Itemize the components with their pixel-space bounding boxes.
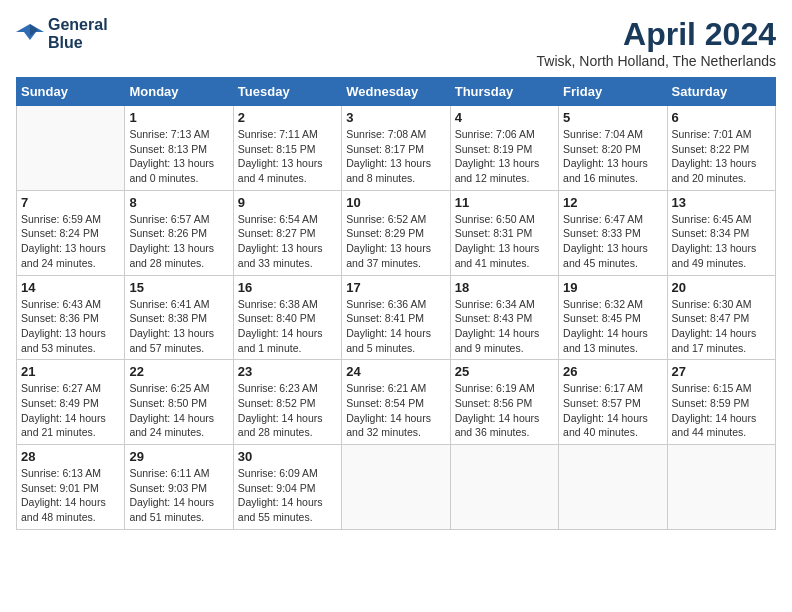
col-tuesday: Tuesday [233, 78, 341, 106]
calendar-week-1: 1Sunrise: 7:13 AMSunset: 8:13 PMDaylight… [17, 106, 776, 191]
col-sunday: Sunday [17, 78, 125, 106]
col-wednesday: Wednesday [342, 78, 450, 106]
calendar-week-5: 28Sunrise: 6:13 AMSunset: 9:01 PMDayligh… [17, 445, 776, 530]
day-info: Sunrise: 6:13 AMSunset: 9:01 PMDaylight:… [21, 466, 120, 525]
col-thursday: Thursday [450, 78, 558, 106]
calendar-cell [342, 445, 450, 530]
day-number: 24 [346, 364, 445, 379]
subtitle: Twisk, North Holland, The Netherlands [537, 53, 776, 69]
day-number: 21 [21, 364, 120, 379]
calendar-cell: 29Sunrise: 6:11 AMSunset: 9:03 PMDayligh… [125, 445, 233, 530]
calendar-cell: 12Sunrise: 6:47 AMSunset: 8:33 PMDayligh… [559, 190, 667, 275]
day-number: 26 [563, 364, 662, 379]
day-info: Sunrise: 6:23 AMSunset: 8:52 PMDaylight:… [238, 381, 337, 440]
day-info: Sunrise: 6:54 AMSunset: 8:27 PMDaylight:… [238, 212, 337, 271]
day-number: 1 [129, 110, 228, 125]
day-info: Sunrise: 6:32 AMSunset: 8:45 PMDaylight:… [563, 297, 662, 356]
day-number: 30 [238, 449, 337, 464]
logo-text: General Blue [48, 16, 108, 51]
day-info: Sunrise: 7:06 AMSunset: 8:19 PMDaylight:… [455, 127, 554, 186]
day-info: Sunrise: 6:59 AMSunset: 8:24 PMDaylight:… [21, 212, 120, 271]
day-info: Sunrise: 6:47 AMSunset: 8:33 PMDaylight:… [563, 212, 662, 271]
day-number: 29 [129, 449, 228, 464]
day-info: Sunrise: 6:52 AMSunset: 8:29 PMDaylight:… [346, 212, 445, 271]
calendar-cell: 6Sunrise: 7:01 AMSunset: 8:22 PMDaylight… [667, 106, 775, 191]
calendar-cell: 30Sunrise: 6:09 AMSunset: 9:04 PMDayligh… [233, 445, 341, 530]
col-friday: Friday [559, 78, 667, 106]
calendar-cell: 17Sunrise: 6:36 AMSunset: 8:41 PMDayligh… [342, 275, 450, 360]
day-info: Sunrise: 7:08 AMSunset: 8:17 PMDaylight:… [346, 127, 445, 186]
calendar-cell: 3Sunrise: 7:08 AMSunset: 8:17 PMDaylight… [342, 106, 450, 191]
calendar-cell: 25Sunrise: 6:19 AMSunset: 8:56 PMDayligh… [450, 360, 558, 445]
day-number: 20 [672, 280, 771, 295]
calendar-cell [559, 445, 667, 530]
day-number: 19 [563, 280, 662, 295]
day-number: 25 [455, 364, 554, 379]
calendar-cell: 16Sunrise: 6:38 AMSunset: 8:40 PMDayligh… [233, 275, 341, 360]
day-number: 18 [455, 280, 554, 295]
day-number: 28 [21, 449, 120, 464]
day-number: 27 [672, 364, 771, 379]
calendar-cell: 28Sunrise: 6:13 AMSunset: 9:01 PMDayligh… [17, 445, 125, 530]
day-number: 17 [346, 280, 445, 295]
calendar-cell [450, 445, 558, 530]
calendar-cell: 13Sunrise: 6:45 AMSunset: 8:34 PMDayligh… [667, 190, 775, 275]
day-number: 22 [129, 364, 228, 379]
calendar-cell: 10Sunrise: 6:52 AMSunset: 8:29 PMDayligh… [342, 190, 450, 275]
day-number: 4 [455, 110, 554, 125]
day-number: 6 [672, 110, 771, 125]
col-monday: Monday [125, 78, 233, 106]
calendar-cell: 22Sunrise: 6:25 AMSunset: 8:50 PMDayligh… [125, 360, 233, 445]
day-number: 3 [346, 110, 445, 125]
day-info: Sunrise: 6:38 AMSunset: 8:40 PMDaylight:… [238, 297, 337, 356]
day-number: 7 [21, 195, 120, 210]
day-number: 16 [238, 280, 337, 295]
title-section: April 2024 Twisk, North Holland, The Net… [537, 16, 776, 69]
day-info: Sunrise: 6:19 AMSunset: 8:56 PMDaylight:… [455, 381, 554, 440]
calendar-cell: 18Sunrise: 6:34 AMSunset: 8:43 PMDayligh… [450, 275, 558, 360]
col-saturday: Saturday [667, 78, 775, 106]
day-number: 11 [455, 195, 554, 210]
calendar-cell: 20Sunrise: 6:30 AMSunset: 8:47 PMDayligh… [667, 275, 775, 360]
logo: General Blue [16, 16, 108, 51]
calendar-header: Sunday Monday Tuesday Wednesday Thursday… [17, 78, 776, 106]
day-info: Sunrise: 6:15 AMSunset: 8:59 PMDaylight:… [672, 381, 771, 440]
day-info: Sunrise: 6:25 AMSunset: 8:50 PMDaylight:… [129, 381, 228, 440]
logo-icon [16, 22, 44, 46]
calendar-cell: 27Sunrise: 6:15 AMSunset: 8:59 PMDayligh… [667, 360, 775, 445]
day-info: Sunrise: 6:09 AMSunset: 9:04 PMDaylight:… [238, 466, 337, 525]
calendar-cell: 23Sunrise: 6:23 AMSunset: 8:52 PMDayligh… [233, 360, 341, 445]
day-number: 23 [238, 364, 337, 379]
day-number: 5 [563, 110, 662, 125]
calendar-table: Sunday Monday Tuesday Wednesday Thursday… [16, 77, 776, 530]
day-number: 9 [238, 195, 337, 210]
calendar-cell [17, 106, 125, 191]
day-number: 15 [129, 280, 228, 295]
calendar-cell: 21Sunrise: 6:27 AMSunset: 8:49 PMDayligh… [17, 360, 125, 445]
day-info: Sunrise: 7:13 AMSunset: 8:13 PMDaylight:… [129, 127, 228, 186]
page-header: General Blue April 2024 Twisk, North Hol… [16, 16, 776, 69]
day-info: Sunrise: 7:01 AMSunset: 8:22 PMDaylight:… [672, 127, 771, 186]
day-info: Sunrise: 6:17 AMSunset: 8:57 PMDaylight:… [563, 381, 662, 440]
day-info: Sunrise: 6:11 AMSunset: 9:03 PMDaylight:… [129, 466, 228, 525]
calendar-cell: 2Sunrise: 7:11 AMSunset: 8:15 PMDaylight… [233, 106, 341, 191]
calendar-cell: 5Sunrise: 7:04 AMSunset: 8:20 PMDaylight… [559, 106, 667, 191]
calendar-week-2: 7Sunrise: 6:59 AMSunset: 8:24 PMDaylight… [17, 190, 776, 275]
calendar-cell: 14Sunrise: 6:43 AMSunset: 8:36 PMDayligh… [17, 275, 125, 360]
day-info: Sunrise: 6:50 AMSunset: 8:31 PMDaylight:… [455, 212, 554, 271]
calendar-body: 1Sunrise: 7:13 AMSunset: 8:13 PMDaylight… [17, 106, 776, 530]
day-info: Sunrise: 6:43 AMSunset: 8:36 PMDaylight:… [21, 297, 120, 356]
calendar-cell [667, 445, 775, 530]
header-row: Sunday Monday Tuesday Wednesday Thursday… [17, 78, 776, 106]
day-number: 14 [21, 280, 120, 295]
calendar-cell: 26Sunrise: 6:17 AMSunset: 8:57 PMDayligh… [559, 360, 667, 445]
day-info: Sunrise: 6:45 AMSunset: 8:34 PMDaylight:… [672, 212, 771, 271]
calendar-week-4: 21Sunrise: 6:27 AMSunset: 8:49 PMDayligh… [17, 360, 776, 445]
day-number: 10 [346, 195, 445, 210]
calendar-cell: 9Sunrise: 6:54 AMSunset: 8:27 PMDaylight… [233, 190, 341, 275]
day-number: 8 [129, 195, 228, 210]
day-info: Sunrise: 6:30 AMSunset: 8:47 PMDaylight:… [672, 297, 771, 356]
calendar-cell: 19Sunrise: 6:32 AMSunset: 8:45 PMDayligh… [559, 275, 667, 360]
day-info: Sunrise: 6:27 AMSunset: 8:49 PMDaylight:… [21, 381, 120, 440]
day-number: 2 [238, 110, 337, 125]
